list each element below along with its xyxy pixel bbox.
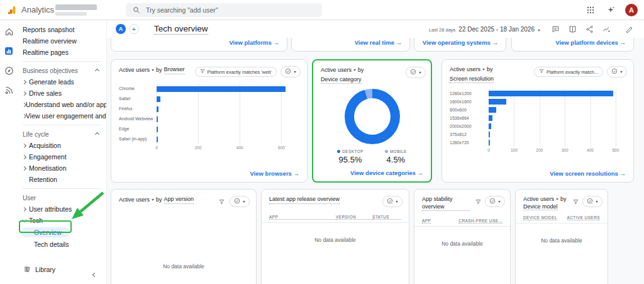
column-header[interactable]: STATUS [372, 215, 401, 220]
insights-icon[interactable] [601, 23, 612, 35]
chevron-down-icon [596, 201, 598, 203]
bar [157, 137, 158, 142]
data-quality-dropdown[interactable] [582, 196, 602, 207]
collapse-icon [95, 68, 99, 72]
nav-user-attributes[interactable]: User attributes [18, 203, 106, 215]
explore-icon[interactable] [3, 64, 15, 77]
nav-generate-leads[interactable]: Generate leads [18, 76, 106, 88]
data-quality-dropdown[interactable] [607, 66, 627, 77]
bar-label: Safari (in-app) [119, 137, 157, 142]
card-title: Active users by App version [119, 196, 194, 204]
empty-state: No data available [111, 263, 256, 270]
nav-understand-web-app[interactable]: Understand web and/or app t... [18, 99, 106, 110]
nav-acquisition[interactable]: Acquisition [18, 140, 106, 151]
nav-retention[interactable]: Retention [18, 174, 106, 185]
divider [23, 125, 101, 125]
card-device-category: Active users by Device category DESKTOP [312, 59, 432, 183]
column-header[interactable]: APP [269, 215, 336, 220]
nav-tech-overview[interactable]: Overview [18, 226, 106, 239]
metric-dropdown-icon[interactable] [152, 69, 154, 71]
comparison-avatar[interactable]: A [116, 24, 126, 34]
reports-icon[interactable] [3, 45, 15, 57]
section-business-objectives[interactable]: Business objectives [18, 65, 106, 76]
nav-reports-snapshot[interactable]: Reports snapshot [18, 24, 106, 35]
search-bar[interactable] [126, 3, 322, 17]
view-operating-systems-link[interactable]: View operating systems → [423, 39, 498, 46]
bar-row: 1536x864 [450, 114, 626, 122]
bar [157, 116, 158, 122]
nav-tech-details[interactable]: Tech details [18, 239, 106, 250]
expand-icon [22, 79, 26, 84]
share-icon[interactable] [584, 23, 595, 35]
check-circle-icon [611, 68, 618, 76]
funnel-icon[interactable] [474, 197, 482, 206]
bar-row: Safari [119, 94, 299, 104]
column-header[interactable]: APP [422, 219, 431, 224]
view-browsers-link[interactable]: View browsers → [250, 170, 300, 177]
column-header[interactable]: VERSION [336, 215, 372, 220]
nav-realtime-overview[interactable]: Realtime overview [18, 35, 106, 47]
metric-dropdown-icon[interactable] [556, 198, 558, 200]
bar-label: 1536x864 [450, 116, 489, 121]
library-icon [24, 266, 31, 274]
page-notes-icon[interactable] [550, 23, 561, 35]
column-header[interactable]: ACTIVE USERS [567, 215, 600, 220]
section-life-cycle[interactable]: Life cycle [18, 128, 106, 140]
view-screen-resolutions-link[interactable]: View screen resolutions → [550, 170, 626, 177]
data-quality-dropdown[interactable] [280, 66, 301, 77]
legend-mobile: MOBILE 4.5% [385, 149, 407, 164]
funnel-icon[interactable] [217, 197, 226, 206]
view-platforms-link[interactable]: View platforms → [229, 39, 279, 46]
section-user[interactable]: User [18, 192, 106, 203]
nav-view-user-engagement[interactable]: View user engagement and r... [18, 110, 106, 122]
card-title: Active users by Screen resolution [450, 66, 524, 83]
card-title: Latest app release overview [269, 196, 340, 204]
nav-realtime-pages[interactable]: Realtime pages [18, 47, 106, 58]
nav-tech-overview-label[interactable]: Overview [21, 227, 69, 237]
column-header[interactable]: DEVICE MODEL [523, 215, 557, 220]
bar [489, 140, 490, 145]
nav-monetisation[interactable]: Monetisation [18, 162, 106, 174]
book-icon[interactable] [567, 23, 578, 35]
search-input[interactable] [146, 6, 317, 14]
data-quality-dropdown[interactable] [230, 196, 250, 207]
chart-ticks: 0100200300400500 [489, 147, 626, 154]
chevron-down-icon [620, 71, 623, 73]
nav-tech[interactable]: Tech [18, 215, 106, 226]
data-quality-dropdown[interactable] [406, 67, 426, 78]
metric-dropdown-icon[interactable] [482, 69, 485, 71]
bar-label: 1280x1200 [450, 91, 489, 96]
nav-drive-sales[interactable]: Drive sales [18, 88, 106, 99]
metric-dropdown-icon[interactable] [353, 69, 356, 71]
axis-tick-label: 400 [587, 148, 594, 152]
topbar: Analytics A [0, 0, 644, 20]
metric-dropdown-icon[interactable] [152, 199, 154, 201]
sparkle-icon[interactable] [605, 4, 616, 16]
filter-chip[interactable]: Platform exactly matches 'web' [195, 67, 277, 77]
nav-engagement[interactable]: Engagement [18, 151, 106, 162]
chevron-down-icon [243, 201, 245, 203]
add-comparison-button[interactable]: + [129, 24, 139, 34]
expand-icon [22, 166, 26, 170]
analytics-logo-icon[interactable] [6, 4, 18, 16]
data-quality-dropdown[interactable] [485, 196, 505, 207]
home-icon[interactable] [3, 25, 15, 38]
filter-chip[interactable]: Platform exactly match... [534, 67, 603, 77]
data-quality-dropdown[interactable] [382, 196, 402, 207]
card-title: App stability overview [422, 196, 470, 211]
edit-icon[interactable] [624, 23, 635, 35]
view-real-time-link[interactable]: View real time → [355, 39, 402, 46]
view-platform-devices-link[interactable]: View platform devices → [555, 39, 626, 46]
account-selector-redacted[interactable] [55, 4, 97, 10]
advertising-icon[interactable] [3, 84, 15, 96]
view-device-categories-link[interactable]: View device categories → [350, 169, 423, 176]
funnel-icon[interactable] [571, 197, 580, 206]
bar-row: Edge [119, 124, 299, 134]
user-avatar[interactable]: A [625, 4, 638, 16]
date-range-picker[interactable]: Last 28 days 22 Dec 2025 - 18 Jan 2026 [429, 26, 540, 33]
axis-tick-label: 500 [612, 148, 619, 152]
column-header[interactable]: CRASH-FREE USE... [458, 219, 502, 224]
collapse-sidebar-icon[interactable] [90, 270, 99, 279]
app-name: Analytics [21, 5, 54, 14]
apps-grid-icon[interactable] [585, 4, 596, 16]
